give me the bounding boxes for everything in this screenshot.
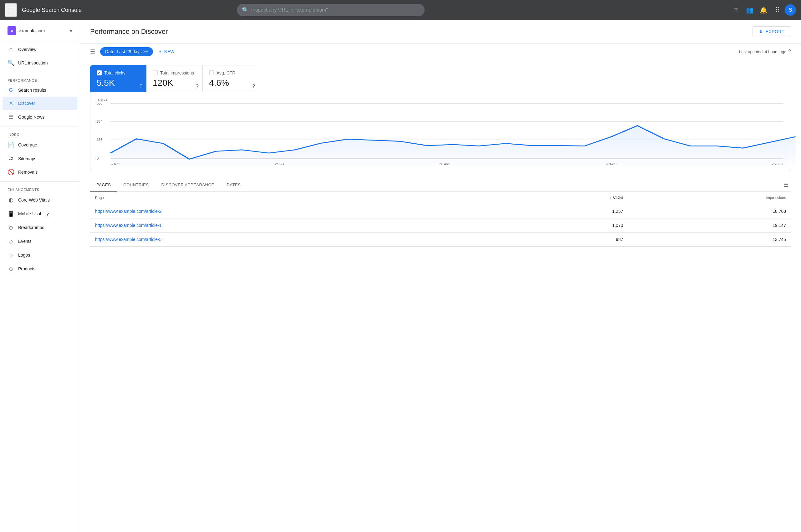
sidebar-item-label: Search results	[18, 88, 46, 93]
clicks-value: 1,070	[502, 218, 628, 232]
sidebar-item-core-web-vitals[interactable]: ◐ Core Web Vitals	[2, 193, 77, 207]
x-label-1: 2/6/21	[275, 162, 284, 166]
sidebar-divider-2	[0, 72, 80, 72]
sidebar-item-coverage[interactable]: 📄 Coverage	[2, 138, 77, 151]
sort-down-icon: ↓	[610, 195, 612, 200]
metric-card-header: Avg. CTR	[209, 71, 252, 75]
impressions-value: 18,763	[628, 204, 791, 218]
sidebar-item-url-inspection[interactable]: 🔍 URL inspection	[2, 56, 77, 70]
sidebar-item-label: URL inspection	[18, 60, 47, 65]
sidebar-item-overview[interactable]: ⌂ Overview	[2, 43, 77, 56]
property-icon: e	[7, 26, 16, 35]
table-filter-icon[interactable]: ☰	[781, 179, 791, 191]
col-header-page[interactable]: Page	[90, 191, 502, 204]
account-settings-button[interactable]: 👥	[743, 4, 756, 16]
new-filter-button[interactable]: ＋ NEW	[158, 49, 175, 54]
page-url: https://www.example.com/article-5	[90, 232, 502, 247]
table-row: https://www.example.com/article-5 987 13…	[90, 232, 791, 247]
hamburger-menu-button[interactable]: ☰	[5, 3, 17, 17]
metric-card-total-clicks[interactable]: ✓ Total clicks 5.5K ?	[90, 65, 147, 92]
col-header-impressions[interactable]: Impressions	[628, 191, 791, 204]
sidebar-item-label: Google News	[18, 115, 44, 119]
impressions-value: 13,745	[628, 232, 791, 247]
sidebar-item-label: Discover	[18, 101, 35, 106]
tab-dates[interactable]: DATES	[221, 179, 247, 191]
sidebar-item-label: Events	[18, 239, 32, 244]
sidebar-item-removals[interactable]: 🚫 Removals	[2, 166, 77, 179]
page-link[interactable]: https://www.example.com/article-2	[95, 209, 161, 214]
metric-cards: ✓ Total clicks 5.5K ? Total impressions …	[80, 60, 801, 92]
sidebar-item-label: Mobile Usability	[18, 211, 49, 216]
coverage-icon: 📄	[7, 141, 14, 148]
sidebar-item-search-results[interactable]: G Search results	[2, 84, 77, 96]
page-url: https://www.example.com/article-2	[90, 204, 502, 218]
main-content: Performance on Discover ⬇ EXPORT ☰ Date:…	[80, 20, 801, 532]
sidebar-divider-4	[0, 181, 80, 182]
logo-text: Google Search Console	[22, 7, 82, 14]
sidebar-item-discover[interactable]: ✳ Discover	[2, 97, 77, 110]
sidebar-item-breadcrumbs[interactable]: ◇ Breadcrumbs	[2, 221, 77, 234]
checkbox-check-icon: ✓	[98, 71, 101, 75]
page-link[interactable]: https://www.example.com/article-5	[95, 237, 161, 242]
table-tabs: PAGES COUNTRIES DISCOVER APPEARANCE DATE…	[90, 179, 791, 191]
help-button[interactable]: ?	[730, 4, 742, 16]
page-header: Performance on Discover ⬇ EXPORT	[80, 20, 801, 43]
metric-help-icon[interactable]: ?	[196, 83, 199, 89]
sidebar-item-products[interactable]: ◇ Products	[2, 262, 77, 276]
core-web-vitals-icon: ◐	[7, 196, 14, 204]
tab-discover-appearance[interactable]: DISCOVER APPEARANCE	[155, 179, 220, 191]
tab-countries[interactable]: COUNTRIES	[117, 179, 155, 191]
apps-button[interactable]: ⠿	[771, 4, 783, 16]
sidebar-item-logos[interactable]: ◇ Logos	[2, 248, 77, 262]
sidebar-item-google-news[interactable]: ☰ Google News	[2, 111, 77, 124]
metric-help-icon[interactable]: ?	[252, 83, 255, 89]
performance-section-label: Performance	[0, 75, 80, 83]
export-label: EXPORT	[766, 29, 784, 34]
avatar[interactable]: S	[785, 4, 796, 16]
notifications-button[interactable]: 🔔	[757, 4, 770, 16]
topnav: ☰ Google Search Console 🔍 ? 👥 🔔 ⠿ S	[0, 0, 801, 20]
metric-card-header: Total impressions	[153, 71, 196, 75]
x-label-3: 2/20/21	[606, 162, 617, 166]
x-label-2: 2/14/21	[439, 162, 451, 166]
metric-card-total-impressions[interactable]: Total impressions 120K ?	[147, 65, 203, 92]
x-label-0: 2/1/21	[111, 162, 120, 166]
last-updated-help-icon[interactable]: ?	[788, 49, 791, 54]
mobile-usability-icon: 📱	[7, 210, 14, 217]
google-g-icon: G	[7, 87, 14, 93]
metric-card-avg-ctr[interactable]: Avg. CTR 4.6% ?	[203, 65, 259, 92]
date-filter-button[interactable]: Date: Last 28 days ✏	[100, 47, 153, 56]
metric-label: Total impressions	[160, 71, 194, 75]
logo-link[interactable]: Google Search Console	[22, 7, 82, 14]
sidebar-item-mobile-usability[interactable]: 📱 Mobile Usability	[2, 207, 77, 220]
property-selector[interactable]: e example.com ▾	[2, 24, 77, 38]
sidebar-item-events[interactable]: ◇ Events	[2, 235, 77, 248]
page-url: https://www.example.com/article-1	[90, 218, 502, 232]
metric-label: Total clicks	[104, 71, 126, 75]
page-link[interactable]: https://www.example.com/article-1	[95, 223, 161, 228]
home-icon: ⌂	[7, 46, 14, 53]
metric-card-header: ✓ Total clicks	[97, 71, 140, 75]
impressions-value: 19,147	[628, 218, 791, 232]
edit-icon: ✏	[144, 49, 148, 54]
removals-icon: 🚫	[7, 169, 14, 175]
search-bar[interactable]: 🔍	[237, 4, 425, 16]
chart-container: 500 334 166 0	[98, 103, 783, 166]
metric-label: Avg. CTR	[216, 71, 235, 75]
grid-label-166: 166	[97, 138, 102, 141]
grid-label-500: 500	[97, 101, 102, 105]
topnav-icons: ? 👥 🔔 ⠿ S	[730, 4, 796, 16]
layout: e example.com ▾ ⌂ Overview 🔍 URL inspect…	[0, 20, 801, 532]
sidebar-divider-3	[0, 126, 80, 127]
metric-help-icon[interactable]: ?	[139, 83, 142, 89]
export-button[interactable]: ⬇ EXPORT	[752, 26, 791, 37]
x-axis: 2/1/21 2/6/21 2/14/21 2/20/21 2/28/21	[111, 162, 783, 166]
tab-pages[interactable]: PAGES	[90, 179, 117, 191]
sidebar-item-sitemaps[interactable]: 🗂 Sitemaps	[2, 152, 77, 165]
chart-y-label: Clicks	[98, 98, 783, 102]
search-input[interactable]	[251, 7, 420, 13]
sidebar-item-label: Removals	[18, 170, 38, 175]
table-header-row: Page ↓Clicks Impressions	[90, 191, 791, 204]
sidebar-item-label: Coverage	[18, 142, 37, 147]
col-header-clicks[interactable]: ↓Clicks	[502, 191, 628, 204]
